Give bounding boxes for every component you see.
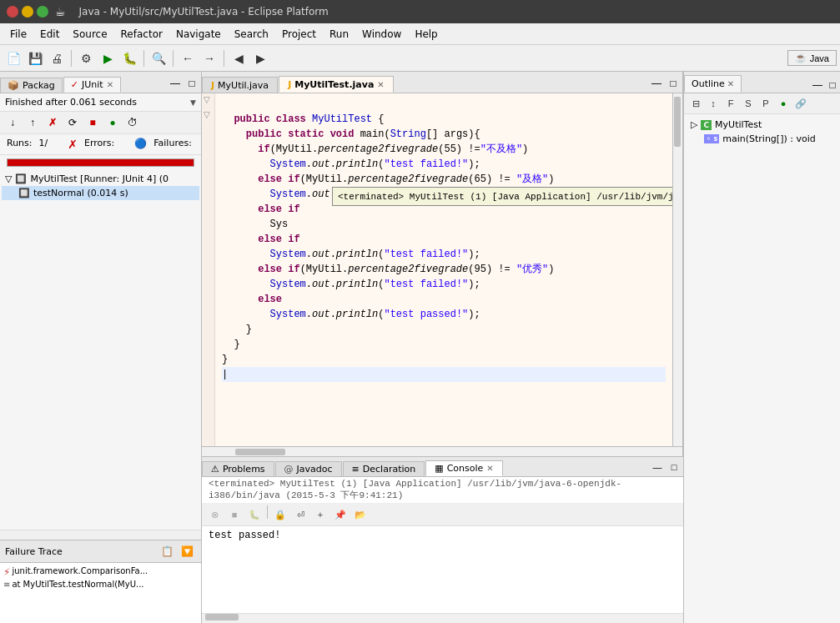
junit-failing-button[interactable]: ✗ xyxy=(43,113,62,132)
v-scroll-thumb[interactable] xyxy=(674,97,681,147)
close-button[interactable] xyxy=(7,6,18,18)
prev-edit-button[interactable]: ← xyxy=(178,48,198,68)
junit-rerun-button[interactable]: ⟳ xyxy=(63,113,82,132)
code-editor[interactable]: public class MyUtilTest { public static … xyxy=(215,93,672,446)
bottom-minimize-button[interactable]: — xyxy=(650,460,665,475)
myutiltest-close[interactable]: ✕ xyxy=(377,80,384,89)
console-new-console-button[interactable]: + xyxy=(311,505,329,524)
console-word-wrap-button[interactable]: ⏎ xyxy=(291,505,309,524)
debug-button[interactable]: 🐛 xyxy=(119,48,139,68)
junit-history-button[interactable]: ⏱ xyxy=(123,113,142,132)
junit-stop-button[interactable]: ■ xyxy=(83,113,102,132)
console-pin-button[interactable]: 📌 xyxy=(331,505,350,524)
editor-minimize-button[interactable]: — xyxy=(649,76,664,91)
outline-collapse-button[interactable]: ⊟ xyxy=(687,95,704,112)
fold-class[interactable]: ▽ xyxy=(204,95,210,104)
outline-green-dot-button[interactable]: ● xyxy=(775,95,792,112)
next-edit-button[interactable]: → xyxy=(199,48,219,68)
editor-area[interactable]: ▽ ▽ public class MyUtilTest { public sta… xyxy=(202,93,682,446)
menu-refactor[interactable]: Refactor xyxy=(114,27,169,42)
editor-scrollbar-v[interactable] xyxy=(672,93,682,446)
errors-icon: ✗ xyxy=(68,138,78,151)
junit-green-button[interactable]: ● xyxy=(103,113,122,132)
console-scroll-lock-button[interactable]: 🔒 xyxy=(271,505,289,524)
outline-hide-nonpublic-button[interactable]: P xyxy=(757,95,774,112)
bottom-maximize-button[interactable]: □ xyxy=(666,460,682,475)
console-debug-button[interactable]: 🐛 xyxy=(245,505,264,524)
new-button[interactable]: 📄 xyxy=(3,48,23,68)
menu-run[interactable]: Run xyxy=(323,27,355,42)
fold-method[interactable]: ▽ xyxy=(204,110,210,119)
junit-test-item[interactable]: 🔲 testNormal (0.014 s) xyxy=(2,186,199,200)
left-tab-actions: — □ xyxy=(166,74,201,93)
tab-myutil[interactable]: J MyUtil.java xyxy=(202,77,278,93)
editor-hscroll[interactable] xyxy=(202,446,682,456)
outline-link-button[interactable]: 🔗 xyxy=(792,95,809,112)
trace-filter-button[interactable]: 🔽 xyxy=(178,542,196,560)
forward-button[interactable]: ▶ xyxy=(250,48,270,68)
junit-suite-item[interactable]: ▽ 🔲 MyUtilTest [Runner: JUnit 4] (0 xyxy=(2,172,199,186)
search-button[interactable]: 🔍 xyxy=(148,48,169,68)
editor-tab-actions: — □ xyxy=(647,74,682,93)
outline-minimize-button[interactable]: — xyxy=(810,78,825,93)
console-toolbar: ⊗ ■ 🐛 🔒 ⏎ + 📌 📂 xyxy=(202,504,683,526)
outline-class-item[interactable]: ▷ C MyUtilTest xyxy=(687,118,837,132)
console-open-file-button[interactable]: 📂 xyxy=(351,505,370,524)
outline-maximize-button[interactable]: □ xyxy=(825,78,840,93)
window-controls[interactable] xyxy=(7,6,48,18)
junit-tree: ▽ 🔲 MyUtilTest [Runner: JUnit 4] (0 🔲 te… xyxy=(0,170,201,530)
tab-junit[interactable]: ✓ JUnit ✕ xyxy=(63,77,121,93)
outline-tab-bar: Outline ✕ — □ xyxy=(684,72,840,93)
trace-copy-button[interactable]: 📋 xyxy=(158,542,176,560)
outline-tab-close[interactable]: ✕ xyxy=(727,79,734,88)
editor-maximize-button[interactable]: □ xyxy=(666,76,681,91)
minimize-view-button[interactable]: — xyxy=(168,76,183,91)
outline-hide-static-button[interactable]: S xyxy=(740,95,757,112)
tab-package-explorer[interactable]: 📦 Packag xyxy=(0,78,63,93)
run-config-button[interactable]: ⚙ xyxy=(76,48,96,68)
tab-outline[interactable]: Outline ✕ xyxy=(684,75,742,93)
junit-scroll[interactable] xyxy=(0,530,201,540)
back-button[interactable]: ◀ xyxy=(229,48,249,68)
tab-console[interactable]: ▦ Console ✕ xyxy=(425,460,502,476)
junit-run-next-button[interactable]: ↓ xyxy=(3,113,22,132)
junit-run-prev-button[interactable]: ↑ xyxy=(23,113,42,132)
print-button[interactable]: 🖨 xyxy=(47,48,67,68)
run-button[interactable]: ▶ xyxy=(98,48,118,68)
junit-tab-close[interactable]: ✕ xyxy=(107,80,113,89)
java-perspective-button[interactable]: ☕ Java xyxy=(787,50,837,66)
class-icon: C xyxy=(701,120,712,130)
expand-icon: ▽ xyxy=(5,173,12,184)
console-clear-button[interactable]: ⊗ xyxy=(205,505,224,524)
junit-dropdown[interactable]: ▼ xyxy=(190,98,196,107)
menu-source[interactable]: Source xyxy=(66,27,113,42)
console-stop-button[interactable]: ■ xyxy=(225,505,244,524)
menu-navigate[interactable]: Navigate xyxy=(169,27,228,42)
menu-help[interactable]: Help xyxy=(408,27,444,42)
tab-myutiltest[interactable]: J MyUtilTest.java ✕ xyxy=(279,76,394,93)
outline-method-item[interactable]: ⚬ s main(String[]) : void xyxy=(687,132,837,146)
menu-project[interactable]: Project xyxy=(275,27,323,42)
trace-error-icon: ⚡ xyxy=(3,566,10,578)
h-scroll-thumb[interactable] xyxy=(235,449,285,455)
junit-status: Finished after 0.061 seconds xyxy=(5,97,137,108)
tab-javadoc[interactable]: @ Javadoc xyxy=(275,461,342,476)
console-tab-close[interactable]: ✕ xyxy=(486,464,493,473)
tab-declaration[interactable]: ≡ Declaration xyxy=(343,461,425,476)
maximize-button[interactable] xyxy=(37,6,48,18)
console-hscroll-thumb[interactable] xyxy=(205,614,239,620)
maximize-view-button[interactable]: □ xyxy=(184,76,199,91)
tab-problems[interactable]: ⚠ Problems xyxy=(202,461,274,476)
menu-file[interactable]: File xyxy=(3,27,33,42)
menu-edit[interactable]: Edit xyxy=(33,27,66,42)
sep3 xyxy=(173,50,174,67)
menu-window[interactable]: Window xyxy=(355,27,408,42)
outline-hide-fields-button[interactable]: F xyxy=(722,95,739,112)
minimize-button[interactable] xyxy=(22,6,33,18)
outline-sort-button[interactable]: ↕ xyxy=(705,95,722,112)
menu-search[interactable]: Search xyxy=(228,27,275,42)
console-terminated-text: <terminated> MyUtilTest (1) [Java Applic… xyxy=(202,477,683,504)
console-hscroll[interactable] xyxy=(202,613,683,623)
save-button[interactable]: 💾 xyxy=(25,48,45,68)
console-label: Console xyxy=(447,463,484,474)
